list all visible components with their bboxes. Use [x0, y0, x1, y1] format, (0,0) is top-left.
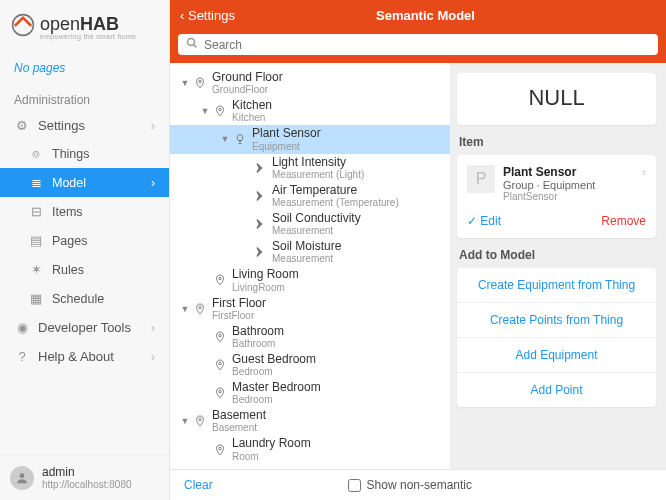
- toggle-icon[interactable]: ▼: [178, 78, 192, 88]
- chevron-right-icon: ›: [151, 176, 155, 190]
- clear-button[interactable]: Clear: [184, 478, 213, 492]
- tree-sublabel: Kitchen: [232, 112, 272, 123]
- sidebar-item-settings[interactable]: ⚙Settings›: [0, 111, 169, 140]
- sidebar-item-label: Help & About: [38, 349, 114, 364]
- edit-button[interactable]: ✓ Edit: [467, 214, 501, 228]
- tree-label: Soil Conductivity: [272, 212, 361, 225]
- sidebar-item-label: Schedule: [52, 292, 104, 306]
- svg-point-6: [219, 278, 222, 281]
- location-icon: [212, 104, 228, 118]
- remove-button[interactable]: Remove: [601, 214, 646, 228]
- tree-row[interactable]: ▼Plant SensorEquipment: [170, 125, 450, 153]
- tree-label: Laundry Room: [232, 437, 311, 450]
- tree-row[interactable]: Laundry RoomRoom: [170, 435, 450, 463]
- tree-sublabel: Room: [232, 451, 311, 462]
- tree-row[interactable]: Master BedroomBedroom: [170, 379, 450, 407]
- location-icon: [212, 386, 228, 400]
- item-section-header: Item: [459, 135, 656, 149]
- sidebar-item-pages[interactable]: ▤Pages: [0, 226, 169, 255]
- tree-sublabel: Measurement: [272, 225, 361, 236]
- tree-label: Kitchen: [232, 99, 272, 112]
- sidebar-footer: admin http://localhost:8080: [0, 454, 169, 500]
- svg-point-2: [188, 39, 195, 46]
- svg-point-1: [20, 473, 25, 478]
- sidebar-item-developer-tools[interactable]: ◉ Developer Tools ›: [0, 313, 169, 342]
- show-non-semantic-toggle[interactable]: Show non-semantic: [348, 478, 472, 492]
- toggle-icon: ⊟: [28, 204, 44, 219]
- tree-label: Basement: [212, 409, 266, 422]
- svg-point-9: [219, 362, 222, 365]
- sidebar: openHAB empowering the smart home No pag…: [0, 0, 170, 500]
- location-icon: [212, 358, 228, 372]
- search-input[interactable]: [204, 38, 650, 52]
- sidebar-item-label: Settings: [38, 118, 85, 133]
- sidebar-item-schedule[interactable]: ▦Schedule: [0, 284, 169, 313]
- tree-row[interactable]: BathroomBathroom: [170, 323, 450, 351]
- chevron-left-icon: ‹: [180, 8, 184, 23]
- tree-row[interactable]: Guest BedroomBedroom: [170, 351, 450, 379]
- item-badge: P: [467, 165, 495, 193]
- tree-label: Bathroom: [232, 325, 284, 338]
- tree-row[interactable]: ▼KitchenKitchen: [170, 97, 450, 125]
- location-icon: [212, 443, 228, 457]
- toggle-icon[interactable]: ▼: [218, 134, 232, 144]
- tree-label: Master Bedroom: [232, 381, 321, 394]
- tree-sublabel: Basement: [212, 422, 266, 433]
- action-create-points-from-thing[interactable]: Create Points from Thing: [457, 303, 656, 338]
- location-icon: [192, 414, 208, 428]
- action-add-equipment[interactable]: Add Equipment: [457, 338, 656, 373]
- sidebar-item-things[interactable]: ⌾Things: [0, 140, 169, 168]
- toggle-icon[interactable]: ▼: [198, 106, 212, 116]
- equipment-icon: [232, 132, 248, 146]
- search-box[interactable]: [178, 34, 658, 55]
- show-non-semantic-checkbox[interactable]: [348, 479, 361, 492]
- tree-row[interactable]: Light IntensityMeasurement (Light): [170, 154, 450, 182]
- toggle-icon[interactable]: ▼: [178, 416, 192, 426]
- tree-label: Guest Bedroom: [232, 353, 316, 366]
- administration-label: Administration: [0, 85, 169, 111]
- help-icon: ?: [14, 349, 30, 364]
- logo: openHAB empowering the smart home: [0, 0, 169, 51]
- action-create-equipment-from-thing[interactable]: Create Equipment from Thing: [457, 268, 656, 303]
- tree-label: Living Room: [232, 268, 299, 281]
- tree-sublabel: Measurement (Temperature): [272, 197, 399, 208]
- tree-row[interactable]: Soil MoistureMeasurement: [170, 238, 450, 266]
- search-icon: [186, 37, 198, 52]
- sidebar-item-items[interactable]: ⊟Items: [0, 197, 169, 226]
- layers-icon: ≣: [28, 175, 44, 190]
- svg-point-8: [219, 334, 222, 337]
- chevron-right-icon: ›: [151, 119, 155, 133]
- item-card[interactable]: P Plant Sensor Group · Equipment PlantSe…: [457, 155, 656, 238]
- page-title: Semantic Model: [185, 8, 666, 23]
- svg-point-7: [199, 306, 202, 309]
- toggle-icon[interactable]: ▼: [178, 304, 192, 314]
- sidebar-item-help-about[interactable]: ? Help & About ›: [0, 342, 169, 371]
- tree-row[interactable]: ▼BasementBasement: [170, 407, 450, 435]
- tree-sublabel: Measurement: [272, 253, 341, 264]
- tree-row[interactable]: ▼First FloorFirstFloor: [170, 295, 450, 323]
- tree-label: Ground Floor: [212, 71, 283, 84]
- tree-sublabel: FirstFloor: [212, 310, 266, 321]
- svg-point-10: [219, 390, 222, 393]
- avatar[interactable]: [10, 466, 34, 490]
- sidebar-item-model[interactable]: ≣Model›: [0, 168, 169, 197]
- tree-sublabel: LivingRoom: [232, 282, 299, 293]
- sidebar-item-label: Pages: [52, 234, 87, 248]
- tree-sublabel: Bathroom: [232, 338, 284, 349]
- tree-row[interactable]: Air TemperatureMeasurement (Temperature): [170, 182, 450, 210]
- action-add-point[interactable]: Add Point: [457, 373, 656, 407]
- sidebar-item-label: Things: [52, 147, 90, 161]
- page-icon: ▤: [28, 233, 44, 248]
- tree-row[interactable]: ▼Ground FloorGroundFloor: [170, 69, 450, 97]
- tree-row[interactable]: Soil ConductivityMeasurement: [170, 210, 450, 238]
- location-icon: [192, 76, 208, 90]
- link-icon: ⌾: [28, 147, 44, 161]
- tree-row[interactable]: Living RoomLivingRoom: [170, 266, 450, 294]
- svg-point-11: [199, 419, 202, 422]
- tree-sublabel: Measurement (Light): [272, 169, 364, 180]
- tree-label: Soil Moisture: [272, 240, 341, 253]
- sidebar-item-rules[interactable]: ✶Rules: [0, 255, 169, 284]
- bottom-bar: Clear Show non-semantic: [170, 469, 666, 500]
- add-to-model-header: Add to Model: [459, 248, 656, 262]
- tree-sublabel: Bedroom: [232, 366, 316, 377]
